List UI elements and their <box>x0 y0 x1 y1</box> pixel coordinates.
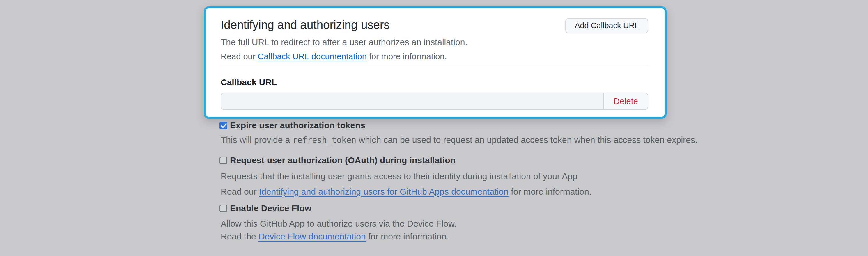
read-prefix: Read the <box>221 231 258 241</box>
check-icon <box>221 123 227 129</box>
device-flow-read-line: Read the Device Flow documentation for m… <box>221 231 449 242</box>
desc-suffix: which can be used to request an updated … <box>356 135 698 145</box>
request-oauth-read-line: Read our Identifying and authorizing use… <box>221 186 591 197</box>
expire-tokens-checkbox[interactable] <box>219 122 227 129</box>
read-suffix: for more information. <box>367 52 447 61</box>
spotlight-card-identifying-authorizing-users: Identifying and authorizing users Add Ca… <box>204 6 666 119</box>
read-prefix: Read our <box>221 52 258 61</box>
request-oauth-label: Request user authorization (OAuth) durin… <box>230 155 456 165</box>
delete-callback-url-button[interactable]: Delete <box>603 93 648 109</box>
callback-url-input[interactable] <box>221 93 603 109</box>
read-prefix: Read our <box>221 187 259 196</box>
card-description: The full URL to redirect to after a user… <box>221 37 467 48</box>
refresh-token-code: refresh_token <box>292 135 356 145</box>
option-enable-device-flow: Enable Device Flow <box>219 203 311 213</box>
callback-url-input-group: Delete <box>221 93 648 110</box>
callback-url-documentation-link[interactable]: Callback URL documentation <box>258 52 367 61</box>
expire-tokens-label: Expire user authorization tokens <box>230 121 365 130</box>
option-request-oauth: Request user authorization (OAuth) durin… <box>219 155 456 165</box>
read-suffix: for more information. <box>508 187 591 196</box>
card-title: Identifying and authorizing users <box>221 17 390 33</box>
request-oauth-checkbox[interactable] <box>219 157 227 164</box>
card-read-line: Read our Callback URL documentation for … <box>221 51 447 62</box>
desc-prefix: This will provide a <box>221 135 292 145</box>
read-suffix: for more information. <box>366 231 449 241</box>
callback-url-field-label: Callback URL <box>221 77 277 88</box>
expire-tokens-description: This will provide a refresh_token which … <box>221 134 698 146</box>
identifying-authorizing-users-docs-link[interactable]: Identifying and authorizing users for Gi… <box>259 187 508 196</box>
add-callback-url-button[interactable]: Add Callback URL <box>565 18 648 33</box>
request-oauth-description: Requests that the installing user grants… <box>221 171 578 182</box>
option-expire-tokens: Expire user authorization tokens <box>219 121 365 130</box>
dimmed-page-background: Identifying and authorizing users Add Ca… <box>0 0 868 256</box>
enable-device-flow-label: Enable Device Flow <box>230 203 311 213</box>
device-flow-documentation-link[interactable]: Device Flow documentation <box>258 231 366 241</box>
card-divider <box>221 67 648 67</box>
enable-device-flow-checkbox[interactable] <box>219 204 227 212</box>
device-flow-description: Allow this GitHub App to authorize users… <box>221 218 457 229</box>
